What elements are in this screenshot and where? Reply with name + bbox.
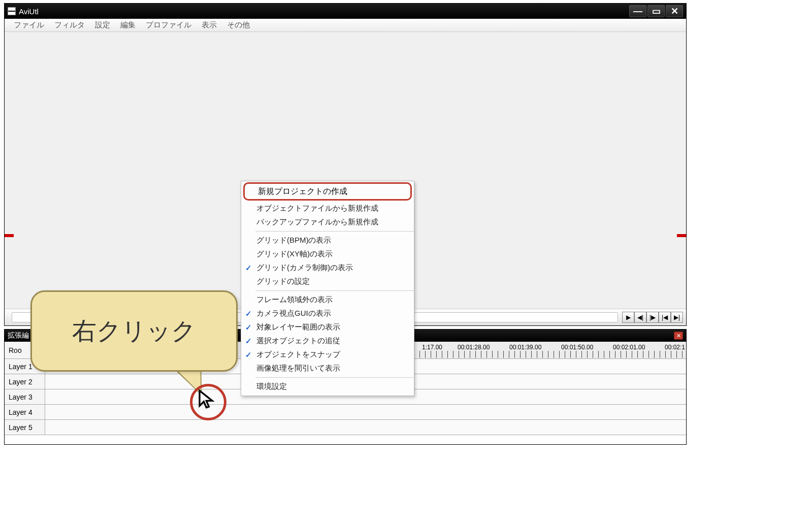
context-menu-label: グリッド(BPM)の表示 — [255, 236, 408, 245]
context-menu-label: オブジェクトをスナップ — [255, 350, 408, 359]
checkmark-icon: ✓ — [241, 337, 255, 346]
checkmark-icon: ✓ — [241, 350, 255, 359]
context-menu-separator — [255, 231, 414, 232]
menu-settings[interactable]: 設定 — [91, 19, 114, 31]
checkmark-icon: ✓ — [241, 264, 255, 273]
context-menu-item[interactable]: ✓オブジェクトをスナップ — [241, 348, 414, 362]
context-menu-item[interactable]: グリッドの設定 — [241, 275, 414, 288]
maximize-button[interactable]: ▭ — [647, 5, 665, 17]
context-menu-item[interactable]: ✓グリッド(カメラ制御)の表示 — [241, 261, 414, 275]
layer-track[interactable] — [45, 420, 686, 435]
tick-label: 1:17.00 — [422, 344, 442, 351]
play-button[interactable]: ▶ — [622, 312, 634, 323]
layer-row: Layer 5 — [5, 420, 686, 435]
layer-label[interactable]: Layer 2 — [5, 374, 45, 389]
timeline-close-button[interactable]: ✕ — [674, 332, 683, 340]
go-first-button[interactable]: |◀ — [659, 312, 671, 323]
context-menu-item[interactable]: 環境設定 — [241, 380, 414, 393]
context-menu-label: グリッド(XY軸)の表示 — [255, 249, 408, 259]
annotation-cursor-circle — [190, 384, 226, 420]
layer-track[interactable] — [45, 405, 686, 419]
context-menu-item[interactable]: バックアップファイルから新規作成 — [241, 215, 414, 229]
callout-bubble: 右クリック — [30, 290, 238, 372]
marker-left-icon — [5, 234, 14, 237]
context-menu-label: フレーム領域外の表示 — [255, 295, 408, 305]
context-menu-label: オブジェクトファイルから新規作成 — [255, 204, 408, 213]
close-button[interactable]: ✕ — [666, 5, 683, 17]
marker-right-icon — [677, 234, 686, 237]
layer-label[interactable]: Layer 4 — [5, 405, 45, 419]
context-menu-label: グリッドの設定 — [255, 277, 408, 286]
checkmark-icon: ✓ — [241, 309, 255, 318]
context-menu-label: 対象レイヤー範囲の表示 — [255, 322, 408, 332]
context-menu-item[interactable]: 新規プロジェクトの作成 — [243, 182, 412, 201]
context-menu-item[interactable]: ✓対象レイヤー範囲の表示 — [241, 320, 414, 334]
context-menu-item[interactable]: グリッド(BPM)の表示 — [241, 234, 414, 247]
menu-edit[interactable]: 編集 — [116, 19, 140, 31]
layer-label[interactable]: Layer 5 — [5, 420, 45, 435]
titlebar[interactable]: AviUtl — ▭ ✕ — [5, 4, 686, 19]
tick-label: 00:02:1 — [665, 344, 685, 351]
context-menu-item[interactable]: オブジェクトファイルから新規作成 — [241, 202, 414, 215]
context-menu-item[interactable]: ✓選択オブジェクトの追従 — [241, 334, 414, 348]
context-menu-item[interactable]: ✓カメラ視点GUIの表示 — [241, 307, 414, 320]
context-menu-label: 環境設定 — [255, 382, 408, 391]
layer-label[interactable]: Layer 3 — [5, 389, 45, 404]
context-menu-label: 新規プロジェクトの作成 — [257, 186, 406, 197]
context-menu-label: 画像処理を間引いて表示 — [255, 364, 408, 373]
menu-display[interactable]: 表示 — [198, 19, 221, 31]
cursor-arrow-icon — [197, 389, 217, 414]
step-back-button[interactable]: ◀| — [634, 312, 646, 323]
context-menu-label: カメラ視点GUIの表示 — [255, 309, 408, 318]
context-menu-label: バックアップファイルから新規作成 — [255, 217, 408, 227]
menu-profile[interactable]: プロファイル — [142, 19, 196, 31]
menu-other[interactable]: その他 — [223, 19, 254, 31]
menu-filter[interactable]: フィルタ — [50, 19, 89, 31]
context-menu: 新規プロジェクトの作成オブジェクトファイルから新規作成バックアップファイルから新… — [241, 181, 414, 396]
context-menu-label: グリッド(カメラ制御)の表示 — [255, 263, 408, 273]
menu-file[interactable]: ファイル — [10, 19, 48, 31]
tick-label: 00:01:39.00 — [509, 344, 541, 351]
tick-label: 00:02:01.00 — [613, 344, 645, 351]
context-menu-label: 選択オブジェクトの追従 — [255, 336, 408, 346]
minimize-button[interactable]: — — [629, 5, 646, 17]
tick-label: 00:01:50.00 — [561, 344, 593, 351]
callout-text: 右クリック — [72, 315, 196, 347]
menubar: ファイル フィルタ 設定 編集 プロファイル 表示 その他 — [5, 19, 686, 32]
go-last-button[interactable]: ▶| — [671, 312, 683, 323]
checkmark-icon: ✓ — [241, 323, 255, 332]
playback-buttons: ▶ ◀| |▶ |◀ ▶| — [622, 312, 683, 323]
app-icon — [8, 7, 16, 15]
context-menu-item[interactable]: グリッド(XY軸)の表示 — [241, 247, 414, 261]
context-menu-item[interactable]: フレーム領域外の表示 — [241, 293, 414, 307]
layer-row: Layer 4 — [5, 405, 686, 420]
context-menu-separator — [255, 377, 414, 378]
tick-label: 00:01:28.00 — [458, 344, 490, 351]
window-controls: — ▭ ✕ — [628, 5, 683, 17]
step-fwd-button[interactable]: |▶ — [646, 312, 659, 323]
window-title: AviUtl — [19, 7, 628, 16]
context-menu-separator — [255, 290, 414, 291]
context-menu-item[interactable]: 画像処理を間引いて表示 — [241, 362, 414, 375]
